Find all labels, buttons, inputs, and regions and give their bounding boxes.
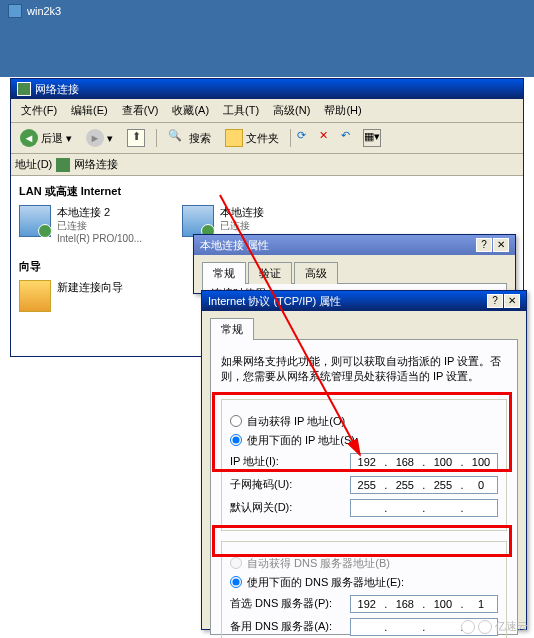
toolbar: ◄后退▾ ►▾ ⬆ 🔍搜索 文件夹 ⟳ ✕ ↶ ▦▾ [11,123,523,154]
netconn-icon [17,82,31,96]
highlight-box-ip [212,392,512,472]
highlight-box-dns [212,525,512,557]
gateway-input[interactable]: ... [350,499,498,517]
new-connection-wizard[interactable]: 新建连接向导 [19,280,123,312]
undo-icon[interactable]: ↶ [341,129,359,147]
connection-icon [19,205,51,237]
vm-icon [8,4,22,18]
menubar: 文件(F) 编辑(E) 查看(V) 收藏(A) 工具(T) 高级(N) 帮助(H… [11,99,523,123]
menu-edit[interactable]: 编辑(E) [65,101,114,120]
tab-advanced[interactable]: 高级 [294,262,338,284]
help-button[interactable]: ? [487,294,503,308]
folders-button[interactable]: 文件夹 [220,126,284,150]
menu-adv[interactable]: 高级(N) [267,101,316,120]
search-button[interactable]: 🔍搜索 [163,126,216,150]
description-text: 如果网络支持此功能，则可以获取自动指派的 IP 设置。否则，您需要从网络系统管理… [221,354,507,385]
prop-dialog-titlebar[interactable]: 本地连接 属性 ?✕ [194,235,515,255]
desktop-bg [0,22,534,77]
close-button[interactable]: ✕ [493,238,509,252]
wizard-icon [19,280,51,312]
vm-title-text: win2k3 [27,5,61,17]
back-button[interactable]: ◄后退▾ [15,126,77,150]
views-icon[interactable]: ▦▾ [363,129,381,147]
menu-view[interactable]: 查看(V) [116,101,165,120]
menu-fav[interactable]: 收藏(A) [166,101,215,120]
help-button[interactable]: ? [476,238,492,252]
history-icon[interactable]: ⟳ [297,129,315,147]
address-value[interactable]: 网络连接 [74,157,118,172]
lan-section-header: LAN 或高速 Internet [19,184,515,199]
search-icon: 🔍 [168,129,186,147]
menu-help[interactable]: 帮助(H) [318,101,367,120]
tab-auth[interactable]: 验证 [248,262,292,284]
menu-tools[interactable]: 工具(T) [217,101,265,120]
radio-use-dns[interactable]: 使用下面的 DNS 服务器地址(E): [230,575,498,590]
close-button[interactable]: ✕ [504,294,520,308]
up-icon: ⬆ [127,129,145,147]
connection-properties-dialog: 本地连接 属性 ?✕ 常规 验证 高级 连接时使用 [193,234,516,294]
folder-icon [225,129,243,147]
watermark-icon [478,620,492,634]
connection-icon [182,205,214,237]
connection-item-1[interactable]: 本地连接 2 已连接 Intel(R) PRO/100... [19,205,142,245]
forward-icon: ► [86,129,104,147]
radio-auto-dns: 自动获得 DNS 服务器地址(B) [230,556,498,571]
window-titlebar[interactable]: 网络连接 [11,79,523,99]
back-icon: ◄ [20,129,38,147]
tab-general[interactable]: 常规 [210,318,254,340]
tab-general[interactable]: 常规 [202,262,246,284]
address-bar: 地址(D) 网络连接 [11,154,523,176]
dns1-input[interactable]: 192.168.100.1 [350,595,498,613]
vm-titlebar: win2k3 [0,0,534,22]
up-button[interactable]: ⬆ [122,126,150,150]
menu-file[interactable]: 文件(F) [15,101,63,120]
subnet-mask-input[interactable]: 255.255.255.0 [350,476,498,494]
watermark: 亿速云 [461,619,528,634]
ip-dialog-titlebar[interactable]: Internet 协议 (TCP/IP) 属性 ?✕ [202,291,526,311]
forward-button: ►▾ [81,126,118,150]
delete-icon[interactable]: ✕ [319,129,337,147]
window-title: 网络连接 [35,82,79,97]
watermark-icon [461,620,475,634]
address-label: 地址(D) [15,157,52,172]
addr-icon [56,158,70,172]
